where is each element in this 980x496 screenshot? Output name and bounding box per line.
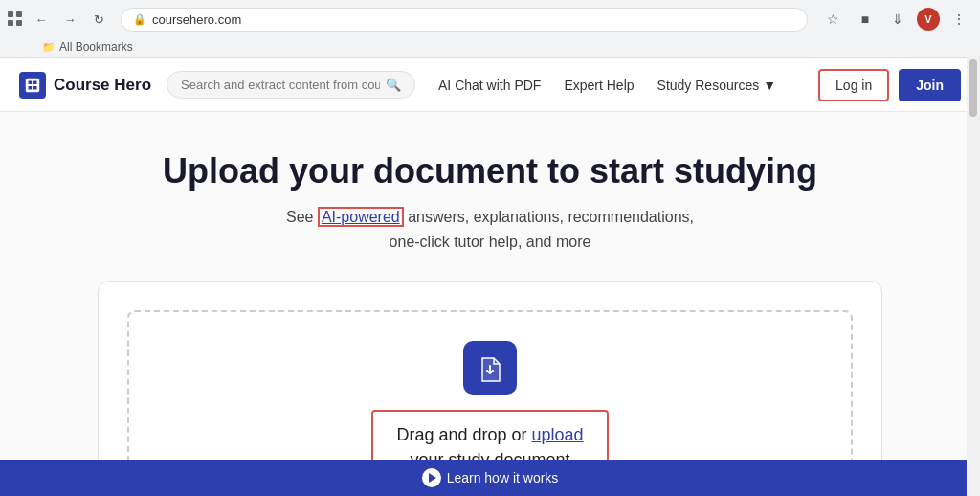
chevron-down-icon: ▼ (763, 78, 776, 93)
reload-button[interactable]: ↻ (86, 7, 111, 32)
upload-doc-icon (463, 341, 517, 395)
logo-text: Course Hero (54, 76, 151, 95)
browser-top-bar: ← → ↻ 🔒 coursehero.com ☆ ■ ⇓ V ⋮ (0, 0, 980, 38)
forward-button[interactable]: → (57, 7, 82, 32)
bookmark-star-button[interactable]: ☆ (819, 6, 846, 33)
app-header: Course Hero 🔍 AI Chat with PDF Expert He… (0, 58, 980, 112)
address-bar[interactable]: 🔒 coursehero.com (121, 8, 808, 32)
upload-link[interactable]: upload (532, 425, 584, 444)
bookmarks-folder-icon: 📁 (42, 41, 56, 54)
study-resources-label: Study Resources (657, 78, 760, 93)
bottom-bar: Learn how it works (0, 460, 980, 496)
download-button[interactable]: ⇓ (884, 6, 911, 33)
search-bar[interactable]: 🔍 (167, 71, 415, 99)
menu-button[interactable]: ⋮ (946, 6, 972, 33)
login-button[interactable]: Log in (818, 69, 889, 101)
study-resources-link[interactable]: Study Resources ▼ (657, 78, 776, 93)
browser-chrome: ← → ↻ 🔒 coursehero.com ☆ ■ ⇓ V ⋮ 📁 All B… (0, 0, 980, 58)
learn-how-label: Learn how it works (447, 470, 559, 485)
subtitle-after: answers, explanations, recommendations, (404, 209, 694, 225)
join-button[interactable]: Join (899, 69, 961, 101)
expert-help-link[interactable]: Expert Help (564, 78, 634, 93)
play-triangle (429, 473, 436, 483)
extensions-button[interactable]: ■ (852, 6, 879, 33)
subtitle-before: See (286, 209, 318, 225)
browser-right-icons: ☆ ■ ⇓ V ⋮ (819, 6, 972, 33)
ai-chat-link[interactable]: AI Chat with PDF (438, 78, 541, 93)
auth-buttons: Log in Join (818, 69, 961, 101)
profile-avatar[interactable]: V (917, 8, 940, 31)
play-icon (422, 468, 441, 487)
apps-grid-icon[interactable] (8, 11, 23, 27)
logo-area[interactable]: Course Hero (19, 72, 151, 99)
hero-subtitle: See AI-powered answers, explanations, re… (286, 205, 694, 254)
svg-rect-0 (26, 78, 39, 91)
main-content: Upload your document to start studying S… (0, 112, 980, 496)
back-button[interactable]: ← (29, 7, 54, 32)
search-icon: 🔍 (386, 78, 401, 92)
nav-links: AI Chat with PDF Expert Help Study Resou… (438, 78, 776, 93)
hero-title: Upload your document to start studying (163, 150, 817, 192)
subtitle-line2: one-click tutor help, and more (390, 234, 591, 250)
ai-powered-link[interactable]: AI-powered (318, 207, 404, 227)
search-input[interactable] (181, 78, 380, 92)
drag-text: Drag and drop or (396, 425, 531, 444)
scrollbar-track[interactable] (967, 57, 980, 496)
url-text: coursehero.com (152, 12, 795, 27)
learn-how-button[interactable]: Learn how it works (422, 468, 559, 487)
scrollbar-thumb[interactable] (969, 59, 977, 117)
browser-nav-buttons: ← → ↻ (29, 7, 111, 32)
bookmarks-label: All Bookmarks (59, 40, 133, 54)
bookmarks-bar: 📁 All Bookmarks (0, 38, 980, 57)
lock-icon: 🔒 (133, 13, 146, 26)
logo-icon (19, 72, 46, 99)
upload-drag-text: Drag and drop or upload (396, 423, 583, 447)
